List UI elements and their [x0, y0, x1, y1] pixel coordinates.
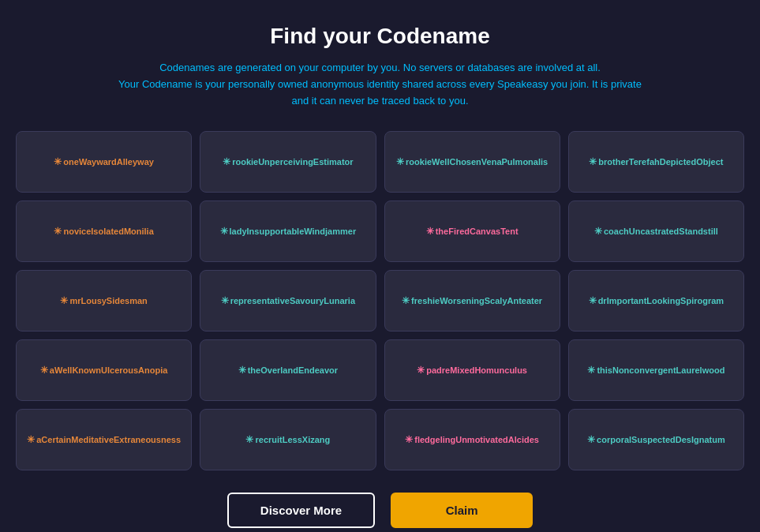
- action-buttons: Discover More Claim: [16, 493, 744, 528]
- codename-card[interactable]: ✳theFiredCanvasTent: [384, 200, 560, 262]
- codename-card[interactable]: ✳fledgelingUnmotivatedAlcides: [384, 409, 560, 470]
- page-title: Find your Codename: [270, 24, 489, 49]
- codename-text: ✳oneWaywardAlleyway: [54, 156, 154, 167]
- codename-icon: ✳: [238, 365, 246, 376]
- codename-icon: ✳: [40, 365, 48, 376]
- codename-text: ✳aWellKnownUlcerousAnopia: [40, 365, 168, 376]
- codename-text: ✳thisNonconvergentLaurelwood: [587, 365, 724, 376]
- codename-card[interactable]: ✳brotherTerefahDepictedObject: [568, 131, 744, 193]
- codename-card[interactable]: ✳rookieWellChosenVenaPulmonalis: [384, 131, 560, 193]
- codename-text: ✳rookieWellChosenVenaPulmonalis: [396, 156, 548, 167]
- codename-text: ✳mrLousySidesman: [60, 295, 147, 306]
- codename-text: ✳coachUncastratedStandstill: [594, 226, 718, 237]
- codename-text: ✳ladyInsupportableWindjammer: [220, 226, 357, 237]
- codename-text: ✳theOverlandEndeavor: [238, 365, 338, 376]
- codename-icon: ✳: [60, 295, 68, 306]
- codename-card[interactable]: ✳representativeSavouryLunaria: [200, 270, 376, 332]
- page-subtitle: Codenames are generated on your computer…: [112, 60, 649, 109]
- codename-text: ✳aCertainMeditativeExtraneousness: [27, 434, 181, 445]
- codename-icon: ✳: [221, 295, 229, 306]
- codename-icon: ✳: [587, 434, 595, 445]
- codename-card[interactable]: ✳drImportantLookingSpirogram: [568, 270, 744, 332]
- codename-text: ✳brotherTerefahDepictedObject: [589, 156, 723, 167]
- codename-card[interactable]: ✳recruitLessXizang: [200, 409, 376, 470]
- codename-icon: ✳: [589, 156, 597, 167]
- codename-text: ✳drImportantLookingSpirogram: [589, 295, 724, 306]
- codename-text: ✳recruitLessXizang: [245, 434, 330, 445]
- codename-card[interactable]: ✳freshieWorseningScalyAnteater: [384, 270, 560, 332]
- codename-icon: ✳: [405, 434, 413, 445]
- codename-icon: ✳: [220, 226, 228, 237]
- codename-icon: ✳: [54, 156, 62, 167]
- codename-text: ✳rookieUnperceivingEstimator: [223, 156, 353, 167]
- codename-icon: ✳: [426, 226, 434, 237]
- codename-icon: ✳: [417, 365, 425, 376]
- codename-icon: ✳: [402, 295, 410, 306]
- codename-text: ✳freshieWorseningScalyAnteater: [402, 295, 542, 306]
- codename-icon: ✳: [245, 434, 253, 445]
- codename-text: ✳fledgelingUnmotivatedAlcides: [405, 434, 539, 445]
- codename-card[interactable]: ✳noviceIsolatedMonilia: [16, 200, 192, 262]
- codename-card[interactable]: ✳ladyInsupportableWindjammer: [200, 200, 376, 262]
- codename-card[interactable]: ✳theOverlandEndeavor: [200, 339, 376, 401]
- codename-card[interactable]: ✳oneWaywardAlleyway: [16, 131, 192, 193]
- codename-card[interactable]: ✳rookieUnperceivingEstimator: [200, 131, 376, 193]
- codename-card[interactable]: ✳mrLousySidesman: [16, 270, 192, 332]
- codename-icon: ✳: [27, 434, 35, 445]
- codename-text: ✳representativeSavouryLunaria: [221, 295, 355, 306]
- codename-grid: ✳oneWaywardAlleyway✳rookieUnperceivingEs…: [16, 131, 744, 470]
- discover-more-button[interactable]: Discover More: [227, 493, 375, 528]
- codename-icon: ✳: [396, 156, 404, 167]
- codename-icon: ✳: [223, 156, 230, 167]
- codename-card[interactable]: ✳aCertainMeditativeExtraneousness: [16, 409, 192, 470]
- codename-card[interactable]: ✳thisNonconvergentLaurelwood: [568, 339, 744, 401]
- codename-text: ✳theFiredCanvasTent: [426, 226, 519, 237]
- codename-text: ✳noviceIsolatedMonilia: [54, 226, 153, 237]
- codename-card[interactable]: ✳corporalSuspectedDesIgnatum: [568, 409, 744, 470]
- codename-icon: ✳: [589, 295, 597, 306]
- codename-icon: ✳: [54, 226, 62, 237]
- codename-card[interactable]: ✳coachUncastratedStandstill: [568, 200, 744, 262]
- codename-icon: ✳: [594, 226, 602, 237]
- claim-button[interactable]: Claim: [391, 493, 533, 528]
- codename-icon: ✳: [587, 365, 595, 376]
- codename-card[interactable]: ✳aWellKnownUlcerousAnopia: [16, 339, 192, 401]
- codename-card[interactable]: ✳padreMixedHomunculus: [384, 339, 560, 401]
- codename-text: ✳padreMixedHomunculus: [417, 365, 527, 376]
- codename-text: ✳corporalSuspectedDesIgnatum: [587, 434, 725, 445]
